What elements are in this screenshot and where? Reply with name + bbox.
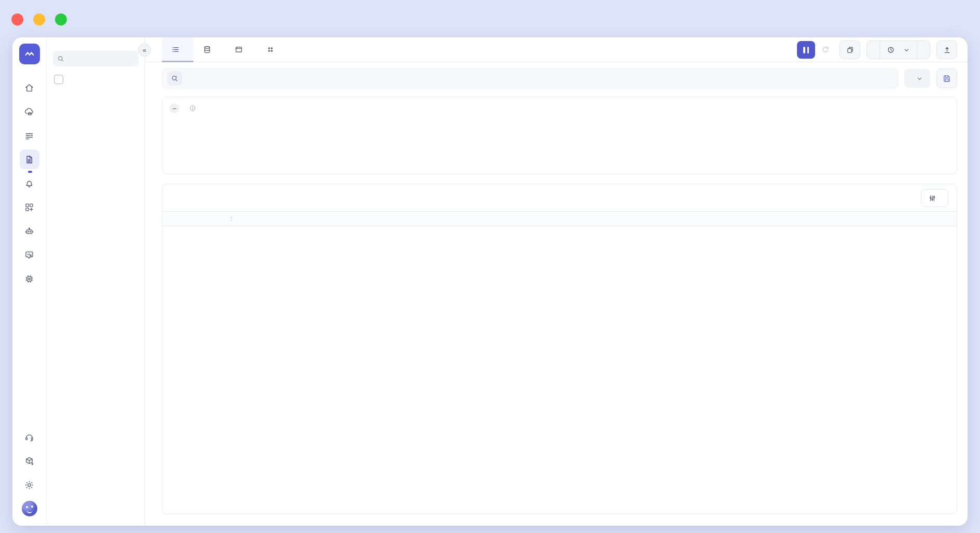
sidebar-item-traces[interactable] (20, 126, 39, 145)
sidebar-item-logs[interactable] (20, 149, 39, 169)
window-zoom-button[interactable] (55, 13, 67, 25)
time-forward-button[interactable] (917, 41, 930, 59)
icon-rail (12, 37, 47, 526)
copy-icon (846, 46, 855, 54)
dots-grid-icon (266, 45, 275, 54)
time-range-selector[interactable] (879, 41, 917, 59)
save-filter-button[interactable] (936, 69, 957, 88)
top-controls (797, 40, 957, 59)
database-icon (203, 45, 212, 54)
filter-search-input[interactable] (68, 54, 134, 63)
sidebar-item-alerts[interactable] (20, 173, 39, 193)
sidebar-item-home[interactable] (20, 78, 39, 98)
middleware-logo-icon (24, 48, 35, 60)
filter-search-box[interactable] (53, 51, 138, 66)
export-button[interactable] (936, 40, 957, 59)
browser-window-icon (234, 45, 243, 54)
tab-bar (145, 37, 968, 62)
sort-icon[interactable] (228, 215, 235, 222)
alerts-count-badge (28, 171, 32, 173)
tab-patterns[interactable] (225, 37, 257, 62)
chevron-down-icon (916, 75, 923, 82)
tab-transactions[interactable] (193, 37, 225, 62)
chart-collapse-button[interactable]: – (170, 103, 179, 113)
live-tail-card (162, 184, 957, 514)
search-row (145, 62, 968, 93)
sidebar-item-ai-assistant[interactable] (20, 221, 39, 241)
sidebar-item-releases[interactable] (20, 451, 39, 471)
saved-filters-button[interactable] (904, 69, 930, 88)
log-stream-icon (24, 130, 35, 141)
log-rows-container (162, 226, 957, 514)
search-sparkle-icon (171, 74, 179, 83)
log-list-icon (171, 45, 180, 54)
sidebar-item-feedback[interactable] (20, 245, 39, 265)
table-header (162, 211, 957, 226)
user-avatar (22, 501, 37, 516)
panel-collapse-button[interactable]: « (138, 44, 151, 57)
log-search-input[interactable] (187, 74, 892, 83)
tab-dashboard[interactable] (257, 37, 288, 62)
filter-list (47, 115, 145, 526)
logs-over-time-card: – (162, 97, 957, 174)
save-floppy-icon (942, 74, 951, 83)
tab-log-list[interactable] (162, 37, 193, 62)
bell-icon (24, 178, 35, 189)
gear-icon (24, 480, 35, 490)
headset-icon (24, 432, 35, 443)
info-icon[interactable] (189, 104, 197, 112)
update-button[interactable] (821, 46, 833, 54)
time-back-button[interactable] (867, 41, 879, 59)
sliders-icon (928, 194, 936, 202)
cloud-database-icon (24, 106, 35, 117)
refresh-icon (821, 46, 830, 54)
bot-icon (24, 226, 35, 237)
search-sparkle-icon-box (167, 71, 182, 86)
pause-icon (803, 47, 805, 53)
clock-icon (887, 46, 895, 54)
app-window: « (12, 37, 968, 526)
pause-live-tail-button[interactable] (797, 41, 815, 59)
sidebar-item-infrastructure[interactable] (20, 102, 39, 121)
anomalous-logs-checkbox[interactable] (54, 75, 63, 84)
cpu-icon (24, 274, 35, 284)
package-plus-icon (24, 456, 35, 467)
sidebar-item-processes[interactable] (20, 269, 39, 289)
anomalous-logs-toggle[interactable] (47, 72, 145, 90)
home-icon (24, 83, 35, 93)
sidebar-item-profile[interactable] (20, 499, 39, 518)
sidebar-item-integrations[interactable] (20, 197, 39, 217)
app-logo[interactable] (19, 44, 40, 64)
apps-plus-icon (24, 202, 35, 213)
logs-over-time-chart[interactable] (165, 117, 955, 174)
sidebar-item-settings[interactable] (20, 475, 39, 495)
copy-button[interactable] (839, 40, 860, 59)
time-range-group (866, 40, 930, 59)
sidebar-item-support[interactable] (20, 427, 39, 447)
quick-filter-panel: « (47, 37, 145, 526)
main-area: – (145, 37, 968, 526)
log-search-box[interactable] (162, 69, 898, 88)
window-close-button[interactable] (11, 13, 23, 25)
upload-icon (943, 46, 951, 54)
pause-icon (807, 47, 809, 53)
chat-settings-icon (24, 250, 35, 261)
document-logs-icon (24, 154, 35, 165)
chevron-down-icon (903, 47, 910, 53)
window-minimize-button[interactable] (33, 13, 45, 25)
search-icon (57, 55, 64, 62)
customize-button[interactable] (921, 189, 948, 207)
